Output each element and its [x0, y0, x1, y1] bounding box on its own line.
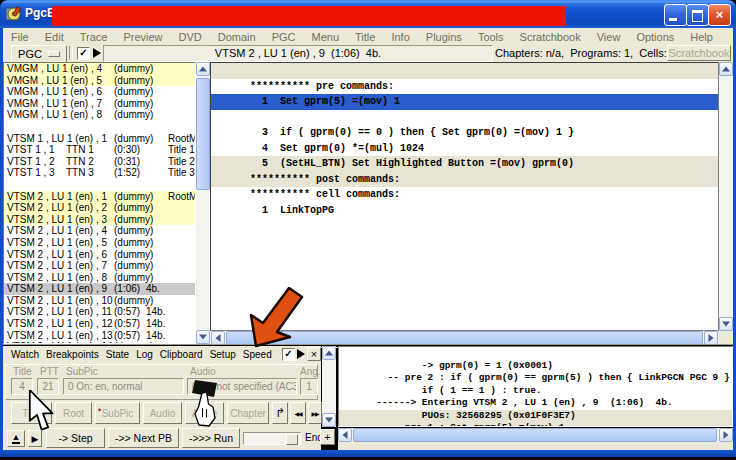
next-pb-button[interactable]: ->> Next PB: [108, 428, 179, 448]
trace-menu-item[interactable]: Speed: [243, 349, 272, 360]
scroll-left-button[interactable]: [211, 331, 225, 345]
angle-field[interactable]: 1: [300, 378, 318, 395]
skip-back-button[interactable]: ◀◀: [290, 402, 306, 424]
scroll-up-button[interactable]: [322, 346, 336, 360]
command-list[interactable]: ********** pre commands: 1 Set gprm(5) =…: [210, 62, 719, 331]
pgc-list-row[interactable]: VTST 1 , 2 TTN 2 (0:31) Title 2: [4, 156, 195, 168]
speed-slider[interactable]: [243, 432, 301, 445]
pgc-list-row[interactable]: VTSM 2 , LU 1 (en) , 11 (0:57) 14b.: [4, 306, 195, 318]
pgc-list-row[interactable]: [4, 121, 195, 133]
play-button[interactable]: ▶: [28, 430, 42, 447]
trace-menu-item[interactable]: State: [106, 349, 129, 360]
scroll-thumb[interactable]: [353, 428, 717, 442]
scroll-down-button[interactable]: [196, 330, 210, 344]
close-button[interactable]: ×: [708, 4, 731, 26]
scroll-down-button[interactable]: [719, 317, 733, 331]
ptt-field[interactable]: 21: [37, 378, 59, 395]
pgc-list-row[interactable]: VTSM 2 , LU 1 (en) , 9 (1:06) 4b.: [4, 283, 195, 295]
trace-checkbox[interactable]: ✓: [282, 348, 295, 361]
pgc-list-row[interactable]: VTSM 2 , LU 1 (en) , 13 (0:57) 14b.: [4, 330, 195, 342]
minimize-button[interactable]: [664, 4, 687, 26]
menu-item[interactable]: Help: [690, 31, 713, 43]
step-button[interactable]: -> Step: [46, 428, 105, 448]
pgc-list-row[interactable]: VTSM 2 , LU 1 (en) , 10 (dummy): [4, 295, 195, 307]
angle-button[interactable]: Angle: [185, 402, 224, 424]
command-line[interactable]: ********** pre commands:: [211, 63, 718, 79]
menu-item[interactable]: Preview: [123, 31, 162, 43]
menu-item[interactable]: Menu: [312, 31, 340, 43]
audio-button[interactable]: Audio: [143, 402, 182, 424]
pgc-list[interactable]: VMGM , LU 1 (en) , 4 (dummy) VMGM , LU 1…: [3, 62, 196, 344]
menu-item[interactable]: Domain: [218, 31, 256, 43]
pgc-list-scrollbar[interactable]: [196, 62, 210, 344]
trace-menu-item[interactable]: Watch: [11, 349, 39, 360]
pgc-list-row[interactable]: VTSM 2 , LU 1 (en) , 6 (dummy): [4, 249, 195, 261]
menu-item[interactable]: Options: [636, 31, 674, 43]
trace-menu-item[interactable]: Setup: [210, 349, 236, 360]
audio-field[interactable]: 0: ja, not specified (AC3): [187, 378, 297, 395]
pgc-list-row[interactable]: VTSM 2 , LU 1 (en) , 5 (dummy): [4, 237, 195, 249]
scroll-thumb[interactable]: [196, 78, 210, 190]
plus-button[interactable]: +: [320, 429, 335, 445]
menu-item[interactable]: View: [597, 31, 621, 43]
trace-menu-item[interactable]: Breakpoints: [46, 349, 99, 360]
title-button[interactable]: Title: [11, 402, 52, 424]
menu-item[interactable]: Edit: [45, 31, 64, 43]
scroll-up-button[interactable]: [719, 62, 733, 76]
subpic-button[interactable]: •SubPic: [95, 402, 140, 424]
pgc-selector[interactable]: PGC: [11, 45, 67, 63]
scroll-thumb[interactable]: [226, 331, 703, 345]
log-hscrollbar[interactable]: [338, 428, 733, 442]
skip-forward-button[interactable]: ▶▶: [308, 402, 322, 424]
pgc-list-row[interactable]: VTSM 2 , LU 1 (en) , 12 (0:57) 14b.: [4, 318, 195, 330]
menu-item[interactable]: File: [11, 31, 29, 43]
up-level-button[interactable]: ↱: [272, 402, 288, 424]
scratchbook-button[interactable]: Scratchbook: [667, 45, 731, 61]
subpic-field[interactable]: 0 On: en, normal: [63, 378, 184, 395]
pgc-list-row[interactable]: VTSM 1 , LU 1 (en) , 1 (dummy) RootM: [4, 133, 195, 145]
pgc-list-row[interactable]: VMGM , LU 1 (en) , 5 (dummy): [4, 75, 195, 87]
pgc-list-row[interactable]: VTST 1 , 1 TTN 1 (0:30) Title 1: [4, 144, 195, 156]
run-button[interactable]: ->>> Run: [182, 428, 240, 448]
scroll-right-button[interactable]: [704, 331, 718, 345]
scroll-down-button[interactable]: [322, 413, 336, 427]
maximize-button[interactable]: [686, 4, 709, 26]
menu-item[interactable]: Info: [391, 31, 409, 43]
eject-button[interactable]: ▲: [7, 430, 25, 447]
toolbar-checkbox[interactable]: ✓: [77, 47, 90, 60]
root-button[interactable]: Root: [55, 402, 92, 424]
menu-item[interactable]: Plugins: [426, 31, 462, 43]
trace-menu-item[interactable]: Log: [136, 349, 153, 360]
pgc-list-row[interactable]: [4, 179, 195, 191]
pgc-list-row[interactable]: VTSM 2 , LU 1 (en) , 1 (dummy) RootM: [4, 191, 195, 203]
menu-item[interactable]: Tools: [478, 31, 504, 43]
command-hscrollbar[interactable]: [210, 331, 719, 345]
slider-handle[interactable]: [286, 434, 298, 445]
pgc-list-row[interactable]: VTSM 2 , LU 1 (en) , 7 (dummy): [4, 260, 195, 272]
title-bar[interactable]: PgcEdit - ×: [0, 0, 736, 28]
chapter-button[interactable]: Chapter: [227, 402, 269, 424]
scroll-up-button[interactable]: [196, 62, 210, 76]
pgc-list-row[interactable]: VMGM , LU 1 (en) , 7 (dummy): [4, 98, 195, 110]
pgc-list-row[interactable]: VTSM 2 , LU 1 (en) , 4 (dummy): [4, 225, 195, 237]
menu-item[interactable]: PGC: [272, 31, 296, 43]
trace-menu-item[interactable]: Clipboard: [160, 349, 203, 360]
menu-item[interactable]: DVD: [179, 31, 202, 43]
pgc-list-row[interactable]: VTSM 2 , LU 1 (en) , 8 (dummy): [4, 272, 195, 284]
scroll-right-button[interactable]: [719, 428, 733, 442]
trace-log[interactable]: -> gprm(0) = 1 (0x0001) -- pre 2 : if ( …: [338, 346, 733, 427]
menu-item[interactable]: Trace: [80, 31, 108, 43]
pgc-list-row[interactable]: VMGM , LU 1 (en) , 6 (dummy): [4, 86, 195, 98]
menu-item[interactable]: Scratchbook: [520, 31, 581, 43]
scroll-left-button[interactable]: [338, 428, 352, 442]
pgc-list-row[interactable]: VMGM , LU 1 (en) , 8 (dummy): [4, 109, 195, 121]
pgc-list-row[interactable]: VTST 1 , 3 TTN 3 (1:52) Title 3: [4, 167, 195, 179]
pgc-list-row[interactable]: VMGM , LU 1 (en) , 4 (dummy): [4, 63, 195, 75]
trace-play-icon[interactable]: [297, 349, 305, 359]
toolbar-play-icon[interactable]: [93, 48, 101, 58]
command-vscrollbar[interactable]: [719, 62, 733, 331]
pgc-list-row[interactable]: VTSM 2 , LU 1 (en) , 3 (dummy): [4, 214, 195, 226]
title-field[interactable]: 4: [11, 378, 33, 395]
trace-close-button[interactable]: ×: [307, 347, 321, 361]
log-vscrollbar[interactable]: [322, 346, 336, 427]
